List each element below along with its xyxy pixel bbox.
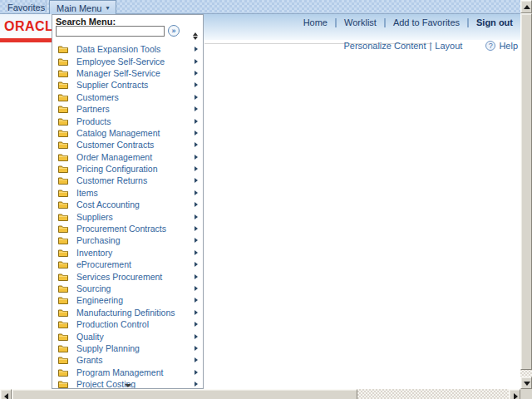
menu-item[interactable]: Engineering (52, 294, 203, 306)
nav-add-to-favorites-link[interactable]: Add to Favorites (393, 17, 460, 27)
menu-item-label: Catalog Management (76, 128, 195, 138)
vertical-scrollbar[interactable] (520, 0, 532, 389)
menu-item[interactable]: Program Management (52, 367, 203, 378)
submenu-arrow-icon (195, 82, 198, 87)
menu-item[interactable]: Suppliers (52, 210, 203, 222)
menu-item[interactable]: Data Expansion Tools (52, 43, 203, 55)
submenu-arrow-icon (195, 346, 198, 351)
horizontal-scroll-thumb[interactable] (12, 389, 357, 399)
help-label: Help (499, 41, 518, 51)
folder-icon (58, 81, 68, 89)
submenu-arrow-icon (195, 95, 198, 100)
folder-icon (58, 380, 68, 388)
menu-item-label: Order Management (76, 152, 195, 162)
menu-item[interactable]: Pricing Configuration (52, 163, 203, 175)
menu-item-label: Data Expansion Tools (76, 44, 195, 54)
help-link[interactable]: ? Help (485, 41, 518, 51)
folder-icon (58, 129, 68, 137)
menu-item[interactable]: Partners (52, 103, 203, 115)
personalize-links: Personalize Content | Layout (343, 41, 462, 51)
scroll-left-button[interactable] (0, 389, 12, 399)
folder-icon (58, 93, 68, 101)
chevron-down-icon: ▾ (106, 5, 109, 12)
submenu-arrow-icon (195, 71, 198, 76)
menu-item-label: Customer Returns (76, 175, 195, 185)
menu-item[interactable]: Quality (52, 330, 203, 342)
menu-item-label: Sourcing (76, 283, 195, 293)
menu-item[interactable]: Manager Self-Service (52, 67, 203, 79)
folder-icon (58, 153, 68, 161)
folder-icon (58, 249, 68, 257)
scroll-right-icon (514, 393, 518, 399)
submenu-arrow-icon (195, 119, 198, 124)
menu-item[interactable]: eProcurement (52, 259, 203, 270)
scroll-down-button[interactable] (520, 377, 532, 389)
menu-resize-handle-icon[interactable] (193, 32, 198, 40)
submenu-arrow-icon (195, 322, 198, 327)
folder-icon (58, 200, 68, 209)
menu-item-label: Pricing Configuration (76, 164, 195, 174)
folder-icon (58, 332, 68, 341)
menu-item[interactable]: Grants (52, 354, 203, 366)
personalize-divider: | (429, 41, 431, 51)
menu-item[interactable]: Purchasing (52, 234, 203, 246)
menu-item-label: Products (76, 116, 195, 126)
menu-item-label: Procurement Contracts (76, 224, 195, 234)
folder-icon (58, 273, 68, 281)
menu-item-label: Customers (76, 92, 195, 102)
menu-item[interactable]: Manufacturing Definitions (52, 307, 203, 318)
menu-item[interactable]: Sourcing (52, 283, 203, 294)
menu-item[interactable]: Employee Self-Service (52, 55, 203, 66)
nav-worklist-link[interactable]: Worklist (344, 17, 377, 27)
personalize-content-link[interactable]: Personalize Content (343, 41, 426, 51)
menu-item[interactable]: Customer Contracts (52, 139, 203, 150)
submenu-arrow-icon (195, 190, 198, 195)
menu-item[interactable]: Cost Accounting (52, 199, 203, 210)
nav-sign-out-link[interactable]: Sign out (476, 17, 513, 27)
folder-icon (58, 236, 68, 244)
folder-icon (58, 368, 68, 377)
submenu-arrow-icon (195, 370, 198, 375)
menu-item[interactable]: Order Management (52, 151, 203, 163)
menu-item[interactable]: Customers (52, 91, 203, 103)
menu-item-label: Inventory (76, 248, 195, 258)
menu-item[interactable]: Customer Returns (52, 175, 203, 186)
menu-item[interactable]: Production Control (52, 318, 203, 330)
search-menu-input[interactable] (56, 26, 165, 37)
submenu-arrow-icon (195, 238, 198, 243)
submenu-arrow-icon (195, 382, 198, 387)
vertical-scroll-thumb[interactable] (520, 13, 532, 370)
main-menu-dropdown: Search Menu: » Data Expansion Tools Empl… (52, 14, 204, 389)
folder-icon (58, 224, 68, 233)
tab-main-menu[interactable]: Main Menu ▾ (49, 0, 116, 15)
oracle-logo: ORACLE (4, 19, 52, 34)
layout-link[interactable]: Layout (435, 41, 462, 51)
menu-item-label: Items (76, 188, 195, 198)
menu-item-label: Partners (76, 104, 195, 114)
menu-item-label: Supplier Contracts (76, 80, 195, 90)
menu-item-label: Services Procurement (76, 272, 195, 282)
scroll-right-button[interactable] (509, 389, 520, 399)
horizontal-scrollbar[interactable] (0, 389, 520, 399)
submenu-arrow-icon (195, 106, 198, 111)
menu-item-label: Engineering (76, 295, 195, 305)
menu-item[interactable]: Inventory (52, 247, 203, 259)
top-menu-strip: Favorites ▾ Main Menu ▾ (0, 0, 520, 14)
folder-icon (58, 57, 68, 66)
menu-item[interactable]: Supply Planning (52, 342, 203, 354)
menu-item[interactable]: Catalog Management (52, 127, 203, 139)
peoplesoft-window: Favorites ▾ Main Menu ▾ Home Worklist Ad… (0, 0, 532, 399)
scroll-up-button[interactable] (520, 0, 532, 13)
submenu-arrow-icon (195, 310, 198, 315)
scrollbar-corner (520, 389, 532, 399)
menu-item[interactable]: Supplier Contracts (52, 79, 203, 91)
search-go-button[interactable]: » (168, 25, 180, 37)
menu-item[interactable]: Products (52, 115, 203, 126)
submenu-arrow-icon (195, 298, 198, 303)
content-toolbar: Personalize Content | Layout ? Help (343, 41, 518, 51)
menu-item[interactable]: Items (52, 187, 203, 199)
nav-home-link[interactable]: Home (303, 17, 328, 27)
menu-item-label: Project Costing (76, 379, 195, 389)
menu-item[interactable]: Services Procurement (52, 270, 203, 282)
menu-item[interactable]: Procurement Contracts (52, 223, 203, 234)
